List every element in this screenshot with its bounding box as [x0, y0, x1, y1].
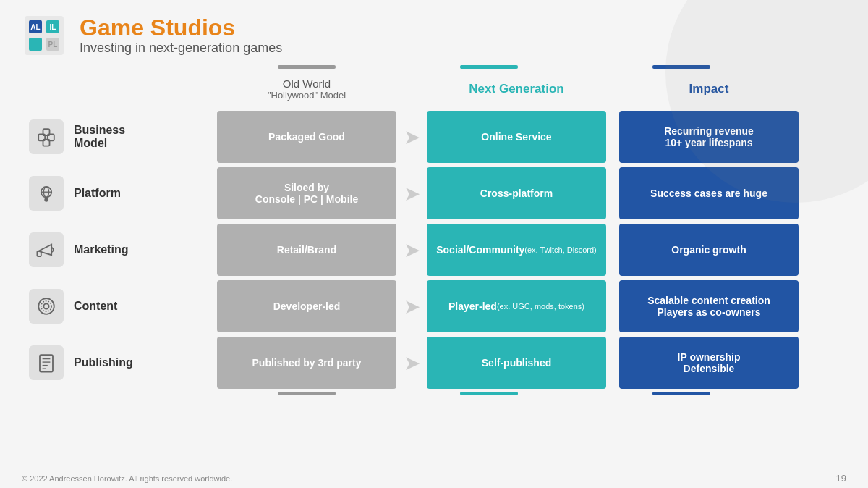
col-spacer [606, 280, 619, 332]
row-label-platform: Platform [22, 167, 217, 219]
cell-next-business-model: Online Service [427, 111, 606, 163]
cell-next-marketing: Social/Community(ex. Twitch, Discord) [427, 224, 606, 276]
cell-old-publishing: Published by 3rd party [217, 337, 396, 389]
cell-next-platform: Cross-platform [427, 167, 606, 219]
cell-impact-content: Scalable content creationPlayers as co-o… [619, 280, 799, 332]
row-publishing: PublishingPublished by 3rd party➤Self-pu… [22, 337, 846, 389]
arrow-icon: ➤ [404, 182, 420, 206]
svg-text:AL: AL [30, 23, 40, 31]
col-spacer [606, 337, 619, 389]
arrow-business-model: ➤ [396, 111, 427, 163]
arrow-publishing: ➤ [396, 337, 427, 389]
svg-point-0 [665, 0, 868, 203]
arrow-icon: ➤ [404, 351, 420, 375]
arrow-icon: ➤ [404, 238, 420, 262]
row-label-text-publishing: Publishing [74, 356, 133, 369]
footer-copyright: © 2022 Andreessen Horowitz. All rights r… [22, 474, 232, 483]
cell-impact-marketing: Organic growth [619, 224, 799, 276]
col-spacer [606, 224, 619, 276]
row-label-text-business-model: BusinessModel [74, 124, 125, 150]
footer: © 2022 Andreessen Horowitz. All rights r… [0, 468, 868, 488]
row-content: ContentDeveloper-led➤Player-led(ex. UGC,… [22, 280, 846, 332]
impact-bottom-bar [652, 392, 710, 395]
cell-old-platform: Siloed byConsole | PC | Mobile [217, 167, 396, 219]
cell-impact-publishing: IP ownershipDefensible [619, 337, 799, 389]
arrow-platform: ➤ [396, 167, 427, 219]
col-spacer [606, 167, 619, 219]
old-world-accent-bar [278, 65, 336, 69]
row-label-text-content: Content [74, 300, 117, 313]
svg-text:PL: PL [48, 41, 58, 49]
row-label-business-model: BusinessModel [22, 111, 217, 163]
col-spacer [606, 111, 619, 163]
header-text: Game Studios Investing in next-generatio… [80, 15, 282, 56]
row-label-publishing: Publishing [22, 337, 217, 389]
arrow-marketing: ➤ [396, 224, 427, 276]
arrow-content: ➤ [396, 280, 427, 332]
arrow-icon: ➤ [404, 125, 420, 149]
row-icon-publishing [29, 345, 64, 380]
row-label-marketing: Marketing [22, 224, 217, 276]
row-icon-marketing [29, 232, 64, 267]
row-icon-content [29, 289, 64, 324]
old-world-bottom-bar [278, 392, 336, 395]
col-header-next-gen: Next Generation [427, 70, 606, 108]
cell-next-content: Player-led(ex. UGC, mods, tokens) [427, 280, 606, 332]
page-title: Game Studios [80, 15, 282, 41]
row-icon-business-model [29, 119, 64, 154]
page-number: 19 [836, 473, 846, 484]
row-icon-platform [29, 176, 64, 211]
row-marketing: MarketingRetail/Brand➤Social/Community(e… [22, 224, 846, 276]
next-gen-accent-bar [460, 65, 518, 69]
bg-decoration [651, 0, 868, 217]
cell-old-content: Developer-led [217, 280, 396, 332]
cell-old-business-model: Packaged Good [217, 111, 396, 163]
next-gen-bottom-bar [460, 392, 518, 395]
col-header-old-world: Old World "Hollywood" Model [217, 70, 396, 108]
row-label-content: Content [22, 280, 217, 332]
row-label-text-platform: Platform [74, 187, 121, 200]
svg-text:IL: IL [50, 23, 56, 31]
page-subtitle: Investing in next-generation games [80, 41, 282, 56]
cell-old-marketing: Retail/Brand [217, 224, 396, 276]
row-label-text-marketing: Marketing [74, 243, 129, 256]
arrow-icon: ➤ [404, 295, 420, 319]
logo-icon: AL IL PL [22, 13, 67, 58]
svg-rect-3 [29, 38, 42, 51]
bottom-accent-bars [217, 392, 846, 395]
cell-next-publishing: Self-published [427, 337, 606, 389]
slide: AL IL PL Game Studios Investing in next-… [0, 0, 868, 488]
